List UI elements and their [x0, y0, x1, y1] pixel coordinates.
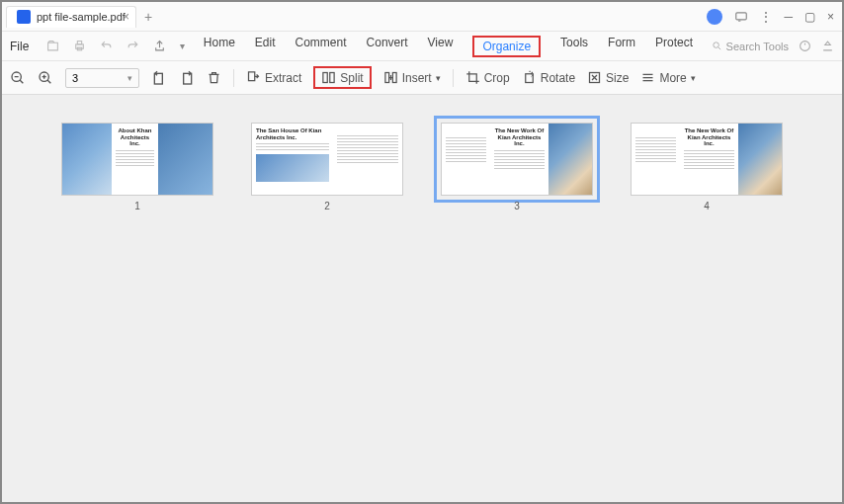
page-thumbnail[interactable]: The New Work Of Kian Architects Inc. [441, 123, 593, 196]
zoom-out-button[interactable] [10, 70, 26, 86]
svg-rect-10 [249, 72, 255, 81]
svg-rect-0 [736, 12, 747, 19]
page-thumbnail[interactable]: About Khan Architects Inc. [61, 123, 213, 196]
svg-rect-12 [330, 73, 334, 83]
thumb-title: The New Work Of Kian Architects Inc. [494, 127, 545, 147]
thumb-image [158, 124, 212, 195]
organize-toolbar: 3 ▾ Extract Split Insert ▾ Crop Rotate S… [2, 61, 842, 95]
open-icon[interactable] [46, 40, 59, 52]
zoom-in-button[interactable] [38, 70, 53, 86]
dropdown-icon[interactable]: ▾ [180, 41, 185, 51]
size-button[interactable]: Size [587, 70, 629, 85]
page-thumb-wrap: About Khan Architects Inc. 1 [61, 123, 213, 211]
page-number-value: 3 [72, 72, 78, 84]
page-number-label: 2 [324, 201, 330, 211]
search-tools[interactable]: Search Tools [712, 41, 789, 52]
redo-icon[interactable] [127, 40, 139, 52]
collapse-icon[interactable] [821, 40, 834, 52]
document-tab[interactable]: ppt file-sample.pdf × [6, 6, 136, 28]
svg-rect-15 [525, 74, 533, 83]
menu-left: File ▾ [10, 40, 185, 53]
thumb-content [442, 124, 490, 195]
split-button[interactable]: Split [313, 66, 371, 89]
page-thumbnails-area: About Khan Architects Inc. 1 The San Hou… [2, 95, 842, 502]
kebab-menu-icon[interactable]: ⋮ [760, 10, 772, 24]
menu-view[interactable]: View [428, 36, 454, 57]
insert-button[interactable]: Insert ▾ [383, 70, 441, 85]
svg-rect-8 [154, 73, 162, 84]
message-icon[interactable] [734, 10, 748, 24]
menu-edit[interactable]: Edit [255, 36, 276, 57]
page-thumbnail[interactable]: The San House Of Kian Architects Inc. [251, 123, 403, 196]
menu-tools[interactable]: Tools [560, 36, 588, 57]
menu-form[interactable]: Form [608, 36, 635, 57]
menu-home[interactable]: Home [204, 36, 235, 57]
thumb-title: The San House Of Kian Architects Inc. [256, 127, 329, 140]
menu-comment[interactable]: Comment [295, 36, 347, 57]
thumb-content [333, 124, 402, 195]
divider [453, 69, 454, 87]
split-label: Split [340, 71, 363, 85]
thumb-image [62, 124, 112, 195]
svg-rect-14 [392, 73, 396, 83]
size-label: Size [606, 71, 629, 85]
extract-label: Extract [265, 71, 301, 85]
rotate-button[interactable]: Rotate [522, 70, 575, 85]
crop-label: Crop [484, 71, 510, 85]
window-controls: ⋮ ─ ▢ × [707, 9, 842, 25]
chevron-down-icon: ▾ [127, 73, 132, 83]
divider [233, 69, 234, 87]
thumb-content: The New Work Of Kian Architects Inc. [490, 124, 549, 195]
titlebar: ppt file-sample.pdf × + ⋮ ─ ▢ × [2, 2, 842, 32]
new-tab-button[interactable]: + [144, 9, 152, 25]
window-close-icon[interactable]: × [827, 10, 834, 24]
page-thumb-wrap: The New Work Of Kian Architects Inc. 4 [631, 123, 783, 211]
svg-point-5 [801, 42, 810, 51]
print-icon[interactable] [73, 40, 86, 52]
file-menu[interactable]: File [10, 40, 29, 53]
undo-icon[interactable] [100, 40, 113, 52]
menubar: File ▾ Home Edit Comment Convert View Or… [2, 32, 842, 61]
page-thumbnail[interactable]: The New Work Of Kian Architects Inc. [631, 123, 783, 196]
svg-point-4 [713, 42, 718, 48]
main-menu: Home Edit Comment Convert View Organize … [204, 36, 693, 57]
tab-title: ppt file-sample.pdf [37, 11, 126, 23]
close-tab-icon[interactable]: × [123, 10, 129, 24]
thumb-content: The San House Of Kian Architects Inc. [252, 124, 333, 195]
menu-organize[interactable]: Organize [472, 36, 541, 57]
thumb-content: The New Work Of Kian Architects Inc. [680, 124, 738, 195]
thumb-image [256, 154, 329, 182]
thumb-content [632, 124, 680, 195]
page-number-label: 1 [134, 201, 140, 211]
chevron-down-icon: ▾ [691, 73, 696, 83]
maximize-icon[interactable]: ▢ [804, 10, 815, 24]
rotate-right-button[interactable] [179, 70, 195, 86]
extract-button[interactable]: Extract [246, 70, 301, 85]
more-button[interactable]: More ▾ [640, 70, 695, 85]
insert-label: Insert [402, 71, 432, 85]
svg-rect-2 [78, 42, 82, 44]
page-number-label: 3 [514, 201, 520, 211]
minimize-icon[interactable]: ─ [784, 10, 793, 24]
crop-button[interactable]: Crop [465, 70, 510, 85]
more-label: More [659, 71, 686, 85]
page-number-input[interactable]: 3 ▾ [65, 68, 139, 88]
page-thumb-wrap: The New Work Of Kian Architects Inc. 3 [441, 123, 593, 211]
pdf-icon [17, 10, 31, 24]
search-placeholder: Search Tools [726, 41, 789, 52]
rotate-label: Rotate [541, 71, 575, 85]
user-avatar[interactable] [707, 9, 722, 25]
svg-rect-9 [184, 73, 192, 84]
menu-convert[interactable]: Convert [367, 36, 408, 57]
svg-rect-13 [385, 73, 389, 83]
thumb-title: The New Work Of Kian Architects Inc. [684, 127, 734, 147]
delete-button[interactable] [207, 70, 221, 85]
page-thumb-wrap: The San House Of Kian Architects Inc. 2 [251, 123, 403, 211]
menu-protect[interactable]: Protect [655, 36, 693, 57]
menu-right: Search Tools [712, 40, 834, 52]
share-icon[interactable] [153, 40, 166, 52]
thumb-title: About Khan Architects Inc. [116, 127, 154, 147]
help-icon[interactable] [799, 40, 811, 52]
rotate-left-button[interactable] [151, 70, 167, 86]
page-number-label: 4 [704, 201, 710, 211]
